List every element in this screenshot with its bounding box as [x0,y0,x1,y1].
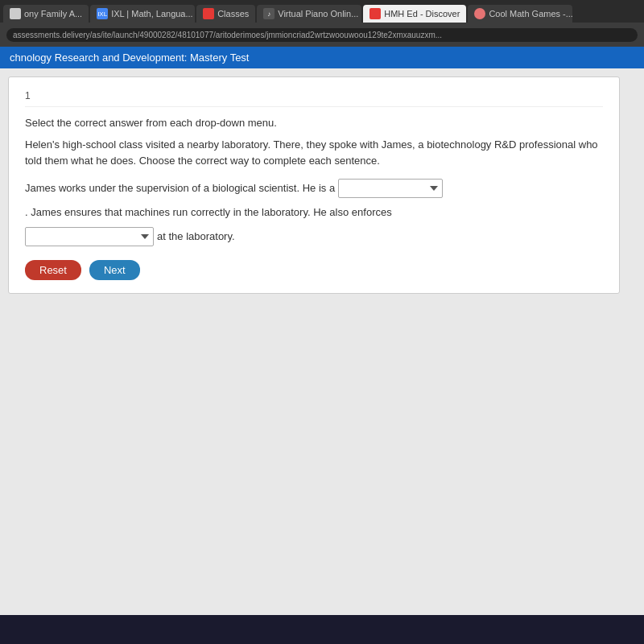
tab5-favicon [369,8,381,19]
tab3-label: Classes [217,9,249,19]
tab6-favicon [474,8,485,19]
sentence-line-2: safety protocols lab procedures quality … [25,226,603,247]
tab2-label: IXL | Math, Langua... [111,9,193,19]
taskbar [0,615,644,644]
tab-3[interactable]: Classes [196,5,255,23]
dropdown-1[interactable]: lab technician lab manager research dire… [338,179,443,198]
tab6-label: Cool Math Games -... [489,9,572,19]
tab3-favicon [203,8,214,19]
browser-chrome: ony Family A... IXL IXL | Math, Langua..… [0,0,644,47]
tab-6[interactable]: Cool Math Games -... [468,5,572,23]
tab4-label: Virtual Piano Onlin... [278,9,358,19]
tab-4[interactable]: ♪ Virtual Piano Onlin... [257,5,361,23]
question-number: 1 [25,90,603,107]
tab-1[interactable]: ony Family A... [3,5,89,23]
address-bar[interactable]: assessments.delivery/as/ite/launch/49000… [6,28,638,42]
tab1-favicon [10,8,21,19]
page-title: chnology Research and Development: Maste… [10,52,249,64]
tab1-label: ony Family A... [24,9,82,19]
reset-button[interactable]: Reset [25,260,81,280]
main-content: 1 Select the correct answer from each dr… [0,68,644,644]
question-card: 1 Select the correct answer from each dr… [8,76,620,294]
tab-5[interactable]: HMH Ed - Discover [363,5,466,23]
sentence-area: James works under the supervision of a b… [25,178,603,247]
button-row: Reset Next [25,260,603,280]
sentence-part2: . James ensures that machines run correc… [25,202,392,223]
tab-2[interactable]: IXL IXL | Math, Langua... [90,5,195,23]
sentence-line-1: James works under the supervision of a b… [25,178,603,223]
tab4-favicon: ♪ [263,8,275,19]
instruction-text: Select the correct answer from each drop… [25,117,603,129]
dropdown-2[interactable]: safety protocols lab procedures quality … [25,227,154,246]
next-button[interactable]: Next [89,260,140,280]
page-title-bar: chnology Research and Development: Maste… [0,47,644,68]
tab2-favicon: IXL [97,8,108,19]
tab5-label: HMH Ed - Discover [384,9,460,19]
passage-text: Helen's high-school class visited a near… [25,137,603,168]
tab-bar: ony Family A... IXL IXL | Math, Langua..… [0,0,644,23]
sentence-part1: James works under the supervision of a b… [25,178,335,199]
sentence-part3: at the laboratory. [157,226,235,247]
address-bar-row: assessments.delivery/as/ite/launch/49000… [0,23,644,47]
